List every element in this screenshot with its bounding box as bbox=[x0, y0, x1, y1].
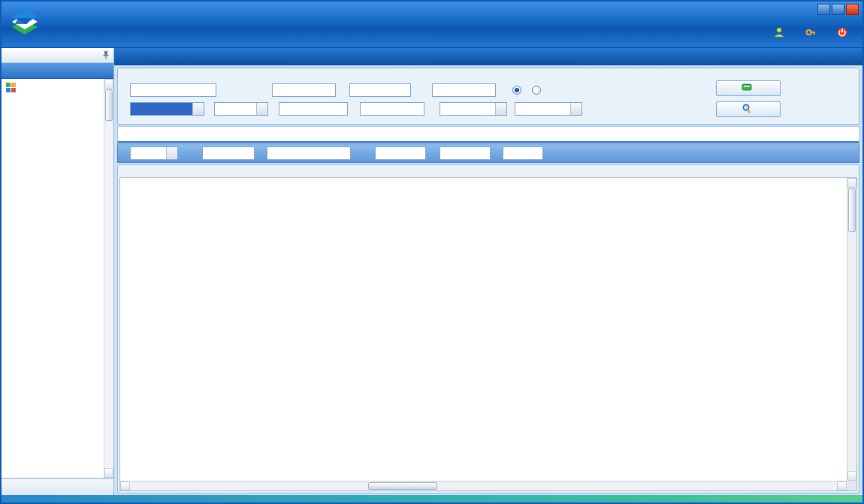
window-controls bbox=[817, 4, 859, 15]
chevron-down-icon bbox=[166, 147, 177, 159]
pin-icon[interactable] bbox=[102, 50, 110, 61]
project-name-input[interactable] bbox=[130, 83, 216, 97]
out-type-select[interactable] bbox=[130, 102, 204, 116]
profile-filter-bar bbox=[117, 143, 859, 163]
vertical-scrollbar[interactable] bbox=[847, 178, 856, 481]
close-button[interactable] bbox=[846, 4, 859, 15]
workarea bbox=[114, 65, 862, 495]
clear-icon bbox=[742, 83, 752, 94]
chevron-down-icon bbox=[256, 103, 267, 115]
date-to-value bbox=[515, 103, 570, 115]
date-from-select[interactable] bbox=[440, 102, 507, 116]
chevron-down-icon bbox=[570, 103, 582, 115]
query-results-group bbox=[117, 164, 859, 493]
chevron-down-icon bbox=[192, 103, 204, 115]
app-logo-icon bbox=[9, 9, 41, 41]
location-input[interactable] bbox=[349, 83, 411, 97]
scroll-up-icon[interactable] bbox=[104, 79, 113, 89]
document-tabstrip bbox=[114, 48, 862, 65]
date-to-select[interactable] bbox=[515, 102, 582, 116]
search-button[interactable] bbox=[716, 101, 781, 117]
product-type-input[interactable] bbox=[279, 102, 348, 116]
audit-value bbox=[215, 103, 256, 115]
tree-root[interactable] bbox=[2, 81, 113, 95]
radio-unselected-icon bbox=[532, 86, 541, 95]
scroll-down-icon[interactable] bbox=[104, 468, 113, 478]
material-tabstrip bbox=[117, 126, 859, 143]
tree-scrollbar[interactable] bbox=[104, 79, 113, 478]
scroll-right-icon[interactable] bbox=[837, 481, 847, 490]
vertical-scrollbar-thumb[interactable] bbox=[848, 189, 856, 232]
chevron-down-icon bbox=[495, 103, 506, 115]
horizontal-scrollbar-thumb[interactable] bbox=[368, 482, 437, 490]
stats-section-header[interactable] bbox=[2, 63, 113, 79]
change-password-icon bbox=[805, 27, 816, 40]
date-from-value bbox=[440, 103, 495, 115]
out-type-value bbox=[131, 103, 192, 115]
search-icon bbox=[742, 103, 752, 116]
function-list-header bbox=[2, 48, 113, 63]
order-no-input[interactable] bbox=[432, 83, 496, 97]
app-window bbox=[0, 0, 864, 504]
whole-scrap-select[interactable] bbox=[130, 146, 178, 160]
minimize-button[interactable] bbox=[817, 4, 830, 15]
user-icon bbox=[774, 27, 784, 40]
sidebar bbox=[2, 48, 114, 495]
color-input[interactable] bbox=[202, 146, 255, 160]
grid-viewport bbox=[120, 178, 847, 481]
profile-name-input[interactable] bbox=[440, 146, 491, 160]
horizontal-scrollbar[interactable] bbox=[120, 481, 847, 490]
maximize-button[interactable] bbox=[832, 4, 844, 15]
warehouse-input[interactable] bbox=[272, 83, 336, 97]
profile-code-input[interactable] bbox=[375, 146, 426, 160]
radio-gongzhuang[interactable] bbox=[512, 86, 524, 95]
titlebar bbox=[2, 2, 862, 48]
main-panel bbox=[114, 48, 862, 495]
stats-tree bbox=[2, 79, 113, 478]
radio-jiazhuang[interactable] bbox=[532, 86, 544, 95]
keeper-input[interactable] bbox=[360, 102, 424, 116]
query-group-title bbox=[118, 68, 859, 80]
whole-scrap-value bbox=[131, 147, 166, 159]
status-strip bbox=[2, 495, 862, 502]
length-input[interactable] bbox=[503, 146, 543, 160]
results-grid bbox=[119, 177, 857, 491]
audit-select[interactable] bbox=[214, 102, 268, 116]
tree-scrollbar-thumb[interactable] bbox=[105, 89, 113, 121]
body bbox=[2, 48, 862, 495]
scrollbar-corner bbox=[847, 481, 856, 490]
radio-selected-icon bbox=[512, 86, 521, 95]
results-group-title bbox=[118, 165, 859, 177]
stats-root-icon bbox=[6, 83, 16, 95]
scroll-left-icon[interactable] bbox=[120, 481, 130, 490]
scroll-down-icon[interactable] bbox=[847, 471, 856, 481]
sidebar-footer bbox=[2, 478, 113, 495]
clear-conditions-button[interactable] bbox=[716, 80, 781, 96]
logout-icon bbox=[837, 27, 847, 40]
user-area bbox=[774, 27, 852, 40]
manufacturer-input[interactable] bbox=[267, 146, 351, 160]
scroll-up-icon[interactable] bbox=[847, 178, 856, 188]
query-conditions-group bbox=[117, 68, 859, 125]
